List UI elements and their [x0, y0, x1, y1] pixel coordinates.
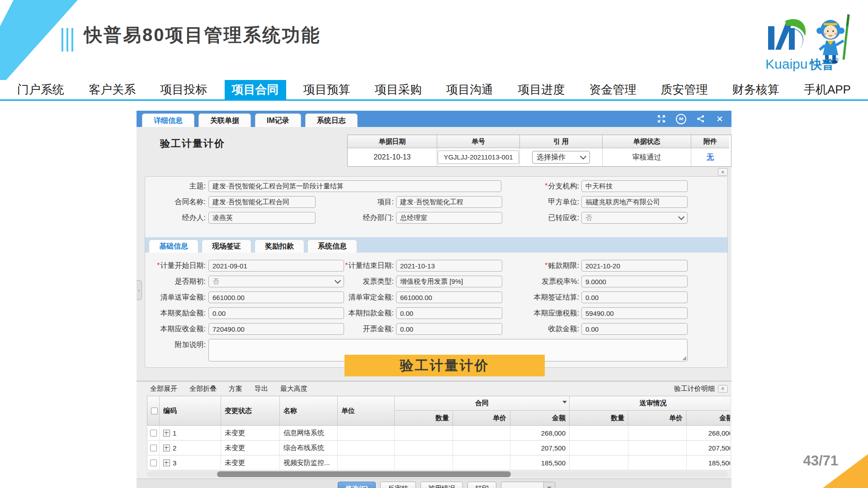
expand-row-icon[interactable]	[163, 460, 170, 466]
text-field[interactable]: 增值税专用发票 [9%]	[396, 276, 502, 287]
field-row: 是否期初:否发票类型:增值税专用发票 [9%]发票税率%:9.0000	[145, 274, 727, 290]
toolbar-link-2[interactable]: 全部折叠	[189, 385, 217, 393]
col-change-status[interactable]: 变更状态	[221, 396, 280, 425]
basic-fields: *计量开始日期:2021-09-01*计量结束日期:2021-10-13*账款期…	[145, 258, 727, 337]
text-field[interactable]: 0.00	[396, 323, 502, 335]
text-field[interactable]: 0.00	[396, 307, 502, 319]
nav-item-11[interactable]: 财务核算	[725, 80, 787, 99]
field-value: 0.00	[585, 294, 599, 301]
nav-item-2[interactable]: 客户关系	[81, 80, 143, 99]
grid-table: 编码 变更状态 名称 单位 合同 送审情况 数量 单价 金额 数量 单价 金额 …	[147, 396, 730, 470]
window-tab-1[interactable]: 详细信息	[142, 113, 194, 127]
grid-rows: 1未变更信息网络系统268,000268,0002未变更综合布线系统207,50…	[147, 426, 730, 470]
group-contract[interactable]: 合同	[395, 396, 570, 411]
col-name[interactable]: 名称	[280, 396, 338, 425]
im-icon[interactable]: IM	[676, 114, 686, 124]
toolbar-link-5[interactable]: 最大高度	[280, 385, 307, 393]
required-asterisk: *	[157, 262, 160, 269]
handler-field[interactable]: 凌燕英	[208, 212, 316, 224]
collapse-grid-button[interactable]: «	[718, 385, 728, 393]
toolbar-link-1[interactable]: 全部展开	[150, 385, 177, 393]
text-field[interactable]: 0.00	[581, 323, 688, 335]
detail-panel: 主题: 建发·吾悦智能化工程合同第一阶段计量结算 *分支机构: 中天科技 合同名…	[145, 176, 728, 368]
contract-name-field[interactable]: 建发·吾悦智能化工程合同	[208, 196, 316, 208]
nav-item-7[interactable]: 项目沟通	[439, 80, 500, 99]
handler-label: 经办人:	[148, 212, 206, 224]
col-review-qty[interactable]: 数量	[570, 411, 628, 425]
nav-item-9[interactable]: 资金管理	[582, 80, 643, 99]
nav-item-5[interactable]: 项目预算	[296, 80, 358, 99]
column-menu-arrow-icon[interactable]	[562, 401, 567, 404]
close-icon[interactable]: ✕	[715, 114, 724, 123]
window-tab-4[interactable]: 系统日志	[305, 113, 358, 127]
field-label: 清单送审金额:	[148, 291, 206, 303]
footer-button-3[interactable]: 打印	[467, 482, 496, 488]
reference-select[interactable]: 选择操作	[532, 151, 590, 164]
nav-item-10[interactable]: 质安管理	[654, 80, 715, 99]
expand-icon[interactable]	[657, 114, 666, 123]
doc-number-input[interactable]: YGJLJJ-20211013-001	[438, 150, 519, 164]
branch-field[interactable]: 中天科技	[581, 180, 688, 192]
row-checkbox[interactable]	[150, 460, 157, 466]
window-tabs: 详细信息关联单据IM记录系统日志	[142, 113, 362, 127]
required-asterisk: *	[345, 262, 348, 269]
footer-button-2[interactable]: 被用情况	[420, 482, 463, 488]
col-contract-price[interactable]: 单价	[453, 411, 510, 425]
col-contract-qty[interactable]: 数量	[395, 411, 453, 425]
text-field[interactable]: 0.00	[581, 291, 688, 303]
nav-item-3[interactable]: 项目投标	[153, 80, 214, 99]
col-unit[interactable]: 单位	[338, 396, 395, 425]
nav-item-8[interactable]: 项目进度	[510, 80, 572, 99]
expand-row-icon[interactable]	[163, 430, 170, 436]
nav-item-12[interactable]: 手机APP	[797, 80, 858, 99]
text-field[interactable]: 9.0000	[581, 276, 688, 287]
select-all-checkbox[interactable]	[151, 408, 158, 414]
row-code-cell: 1	[160, 426, 221, 440]
group-review[interactable]: 送审情况	[570, 396, 730, 411]
text-field[interactable]: 2021-10-20	[581, 260, 688, 272]
footer-button-1[interactable]: 反审核	[380, 482, 416, 488]
text-field[interactable]: 720490.00	[208, 323, 344, 335]
text-field[interactable]: 661000.00	[396, 291, 502, 303]
col-review-price[interactable]: 单价	[628, 411, 687, 425]
text-field[interactable]: 2021-09-01	[208, 260, 344, 272]
nav-item-4[interactable]: 项目合同	[225, 80, 286, 99]
sub-tab-1[interactable]: 基础信息	[149, 239, 198, 253]
col-review-amount[interactable]: 金额	[687, 411, 730, 425]
text-field[interactable]: 661000.00	[208, 291, 344, 303]
col-contract-amount[interactable]: 金额	[510, 411, 570, 425]
receivable-select[interactable]: 否	[581, 212, 688, 224]
text-field[interactable]: 59490.00	[581, 307, 688, 319]
text-field[interactable]: 0.00	[208, 307, 344, 319]
resize-grip-icon[interactable]	[682, 356, 686, 360]
sub-tab-2[interactable]: 现场签证	[202, 239, 251, 253]
sub-tab-4[interactable]: 系统信息	[307, 239, 357, 253]
collapse-header-button[interactable]: «	[718, 168, 728, 176]
attachment-link[interactable]: 无	[707, 153, 714, 162]
expand-row-icon[interactable]	[163, 445, 170, 451]
handler-dept-field[interactable]: 总经理室	[396, 212, 502, 224]
field-value: 0.00	[212, 310, 226, 317]
panel-collapse-handle[interactable]: ‹	[137, 280, 142, 300]
text-field[interactable]: 2021-10-13	[396, 260, 502, 272]
share-icon[interactable]	[696, 114, 705, 123]
row-checkbox[interactable]	[150, 430, 157, 436]
footer-select[interactable]	[501, 482, 555, 488]
modify-button[interactable]: 修改(E)	[338, 482, 376, 488]
nav-item-1[interactable]: 门户系统	[10, 80, 71, 99]
row-code-cell: 2	[160, 441, 221, 455]
toolbar-link-4[interactable]: 导出	[255, 385, 268, 393]
scrollbar-thumb[interactable]	[217, 471, 511, 477]
select-field[interactable]: 否	[208, 276, 344, 287]
col-code[interactable]: 编码	[160, 396, 221, 425]
window-tab-3[interactable]: IM记录	[255, 113, 301, 127]
subject-field[interactable]: 建发·吾悦智能化工程合同第一阶段计量结算	[208, 180, 501, 192]
project-field[interactable]: 建发·吾悦智能化工程	[396, 196, 502, 208]
toolbar-link-3[interactable]: 方案	[229, 385, 242, 393]
field-label: 开票金额:	[333, 323, 394, 335]
row-checkbox[interactable]	[150, 445, 157, 451]
sub-tab-3[interactable]: 奖励扣款	[255, 239, 304, 253]
party-a-field[interactable]: 福建兆联房地产有限公司	[581, 196, 688, 208]
nav-item-6[interactable]: 项目采购	[368, 80, 429, 99]
window-tab-2[interactable]: 关联单据	[198, 113, 251, 127]
